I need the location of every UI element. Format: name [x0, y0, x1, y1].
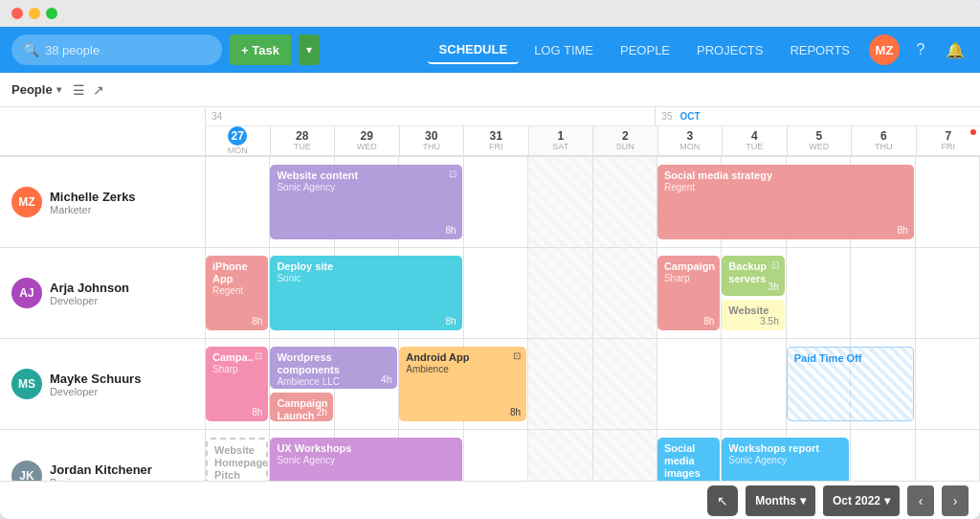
cell-a-5 — [528, 248, 592, 338]
task-pto[interactable]: Paid Time Off — [787, 347, 914, 421]
info-michelle: Michelle Zerks Marketer — [50, 190, 136, 215]
cell-j-5 — [528, 430, 592, 481]
task-icon: ⊡ — [513, 350, 521, 361]
task-social-media[interactable]: Social media strategy Regent 8h — [657, 165, 914, 239]
days-header: 34 35 OCT 27 MON 28 TUE — [206, 107, 980, 155]
cell-ms-7 — [657, 339, 722, 429]
app-window: 🔍 + Task ▾ SCHEDULE LOG TIME PEOPLE PROJ… — [0, 0, 980, 519]
search-input[interactable] — [45, 43, 211, 57]
name-arja: Arja Johnson — [50, 281, 129, 295]
task-icon: ⊡ — [449, 169, 457, 179]
help-icon[interactable]: ? — [907, 36, 934, 63]
cell-ms-5 — [528, 339, 592, 429]
task-dropdown-button[interactable]: ▾ — [299, 34, 320, 65]
cell-ms-11 — [916, 339, 980, 429]
task-title: Paid Time Off — [794, 352, 906, 365]
day-1-num: 1 — [557, 130, 564, 142]
task-title: Android App — [406, 351, 520, 364]
export-icon[interactable]: ↗ — [93, 82, 104, 98]
day-1: 1 SAT — [529, 126, 594, 155]
task-iphone-app[interactable]: iPhone App Regent 8h — [206, 256, 268, 330]
close-btn[interactable] — [11, 8, 23, 19]
avatar[interactable]: MZ — [869, 34, 900, 65]
task-ux-workshops[interactable]: UX Workshops Sonic Agency 8h — [270, 438, 461, 481]
days-row: 27 MON 28 TUE 29 WED 30 THU — [206, 126, 980, 155]
nav-reports[interactable]: REPORTS — [778, 37, 861, 63]
months-button[interactable]: Months ▾ — [746, 485, 815, 516]
months-label: Months — [755, 494, 796, 508]
cell-a-11 — [916, 248, 980, 338]
search-box[interactable]: 🔍 — [11, 34, 222, 65]
task-website-content[interactable]: ⊡ Website content Sonic Agency 8h — [270, 165, 461, 239]
day-29: 29 WED — [335, 126, 400, 155]
day-7-num: 7 — [945, 130, 951, 142]
date-button[interactable]: Oct 2022 ▾ — [823, 485, 900, 516]
day-6-num: 6 — [880, 130, 887, 142]
task-campaign-launch[interactable]: Campaign Launch 2h — [270, 393, 332, 421]
nav-log-time[interactable]: LOG TIME — [523, 37, 605, 63]
people-filter[interactable]: People ▾ — [11, 82, 61, 97]
cell-ms-6 — [593, 339, 657, 429]
sub-header: People ▾ ☰ ↗ — [0, 73, 980, 107]
cell-a-10 — [851, 248, 915, 338]
day-6-name: THU — [875, 142, 893, 151]
day-5: 5 WED — [788, 126, 853, 155]
week-35-label: 35 OCT — [656, 107, 980, 125]
days-michelle: ⊡ Website content Sonic Agency 8h Social… — [206, 157, 980, 247]
day-31-num: 31 — [490, 130, 502, 142]
day-28-name: TUE — [294, 142, 311, 151]
task-title: Website content — [277, 169, 455, 182]
task-campaign-sharp[interactable]: ⊡ Campa.. Sharp 8h — [206, 347, 268, 421]
header: 🔍 + Task ▾ SCHEDULE LOG TIME PEOPLE PROJ… — [0, 27, 980, 73]
prev-button[interactable]: ‹ — [907, 485, 934, 516]
task-wordpress[interactable]: Wordpress components Ambience LLC 4h — [270, 347, 397, 389]
task-backup[interactable]: ⊡ Backup servers 3h — [722, 256, 784, 296]
nav-projects[interactable]: PROJECTS — [685, 37, 774, 63]
day-27-name: MON — [228, 146, 248, 155]
cursor-icon[interactable]: ↖ — [707, 485, 738, 516]
header-spacer — [0, 107, 206, 155]
bell-icon[interactable]: 🔔 — [942, 36, 969, 63]
day-27: 27 MON — [206, 126, 271, 155]
task-sub: Regent — [212, 285, 261, 297]
task-title: Website Homepage Pitch — [214, 444, 259, 481]
person-cell-mayke: MS Mayke Schuurs Developer — [0, 339, 206, 429]
task-website-arja[interactable]: Website 3.5h — [722, 300, 784, 330]
people-label: People — [11, 82, 53, 97]
task-sub: Ambience LLC — [277, 376, 390, 388]
cell-m-0 — [206, 157, 270, 247]
list-icon[interactable]: ☰ — [73, 82, 85, 98]
cell-m-11 — [916, 157, 980, 247]
name-jordan: Jordan Kitchener — [50, 463, 152, 477]
cell-m-6 — [593, 157, 657, 247]
task-title: Campaign — [664, 260, 713, 273]
next-button[interactable]: › — [942, 485, 969, 516]
day-28: 28 TUE — [271, 126, 336, 155]
task-sub: Regent — [664, 182, 907, 193]
task-hours: 4h — [381, 374, 391, 385]
schedule-body: MZ Michelle Zerks Marketer — [0, 157, 980, 481]
person-cell-jordan: JK Jordan Kitchener Designer — [0, 430, 206, 481]
oct-label: OCT — [679, 111, 700, 122]
week-labels: 34 35 OCT — [206, 107, 980, 126]
task-social-images[interactable]: Social media images Ambience LLC 8h — [657, 438, 720, 481]
task-campaign-arja[interactable]: Campaign Sharp 8h — [657, 256, 720, 330]
task-hours: 8h — [510, 407, 521, 417]
task-android-app[interactable]: ⊡ Android App Ambience 8h — [399, 347, 526, 421]
nav-schedule[interactable]: SCHEDULE — [428, 36, 520, 64]
day-7-name: FRI — [942, 142, 956, 151]
task-deploy-site[interactable]: Deploy site Sonic 8h — [270, 256, 461, 330]
task-homepage-pitch[interactable]: Website Homepage Pitch 7h — [206, 438, 268, 481]
maximize-btn[interactable] — [46, 8, 57, 19]
task-workshops-report[interactable]: Workshops report Sonic Agency 4h — [722, 438, 849, 481]
info-jordan: Jordan Kitchener Designer — [50, 463, 152, 481]
day-2-name: SUN — [616, 142, 635, 151]
day-3-name: MON — [679, 142, 700, 151]
day-30-num: 30 — [425, 130, 437, 142]
cell-a-9 — [787, 248, 851, 338]
minimize-btn[interactable] — [29, 8, 40, 19]
task-button[interactable]: + Task — [230, 34, 291, 65]
avatar-mayke: MS — [11, 369, 42, 399]
nav-people[interactable]: PEOPLE — [609, 37, 681, 63]
sub-icons: ☰ ↗ — [73, 82, 104, 98]
